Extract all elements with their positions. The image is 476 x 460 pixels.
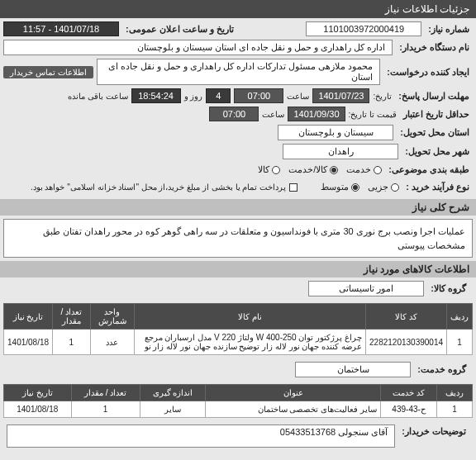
cell-code: ح-43-439 <box>380 401 436 418</box>
radio-small[interactable]: جزیی <box>368 182 399 192</box>
goods-th-name: نام کالا <box>134 304 365 330</box>
goods-th-qty: تعداد / مقدار <box>53 304 90 330</box>
radio-medium[interactable]: متوسط <box>321 182 359 192</box>
deadline-date: 1401/07/23 <box>312 88 369 103</box>
service-th-date: تاریخ نیاز <box>4 385 72 401</box>
need-number-label: شماره نیاز: <box>425 22 473 36</box>
radio-goods-service[interactable]: کالا/خدمت <box>288 164 338 175</box>
deadline-date-label: تاریخ: <box>373 92 392 101</box>
cell-name: چراغ پرژکتور توان W 400-250 ولتاژ V 220 … <box>134 330 365 355</box>
validity-label: حداقل تاریخ اعتبار <box>400 107 473 121</box>
goods-th-unit: واحد شمارش <box>90 304 134 330</box>
province-label: استان محل تحویل: <box>397 126 473 140</box>
cell-qty: 1 <box>53 330 90 355</box>
table-row: 1 2282120130390014 چراغ پرژکتور توان W 4… <box>4 330 473 355</box>
notes-label: توضیحات خریدار: <box>398 424 469 439</box>
service-table: ردیف کد خدمت عنوان اندازه گیری تعداد / م… <box>3 384 473 418</box>
city-label: شهر محل تحویل: <box>402 145 473 159</box>
cell-date: 1401/08/18 <box>4 401 72 418</box>
table-row: 1 ح-43-439 سایر فعالیت‌های تخصصی ساختمان… <box>4 401 473 418</box>
contact-info-pill[interactable]: اطلاعات تماس خریدار <box>3 66 93 78</box>
purchase-type-radio-group: جزیی متوسط <box>321 182 399 192</box>
buyer-label: نام دستگاه خریدار: <box>396 40 473 55</box>
service-th-measure: اندازه گیری <box>140 385 206 401</box>
time-label-1: ساعت <box>287 92 309 101</box>
city-value: راهدان <box>283 144 398 159</box>
goods-th-idx: ردیف <box>447 304 473 330</box>
need-number-value: 1101003972000419 <box>306 21 421 36</box>
validity-label2: قیمت تا تاریخ: <box>349 110 397 119</box>
items-header: اطلاعات کالاهای مورد نیاز <box>0 261 476 277</box>
service-group-label: گروه خدمت: <box>414 363 469 377</box>
service-th-idx: ردیف <box>437 385 473 401</box>
goods-group-label: گروه کالا: <box>427 282 469 296</box>
day-and-label: روز و <box>184 92 203 101</box>
category-label: طبقه بندی موضوعی: <box>385 163 473 177</box>
service-th-title: عنوان <box>206 385 381 401</box>
province-value: سیستان و بلوچستان <box>278 125 393 140</box>
cell-date: 1401/08/18 <box>4 330 53 355</box>
cell-title: سایر فعالیت‌های تخصصی ساختمان <box>206 401 381 418</box>
announce-label: تاریخ و ساعت اعلان عمومی: <box>122 22 237 36</box>
cell-qty: 1 <box>71 401 140 418</box>
radio-service[interactable]: خدمت <box>346 164 382 175</box>
service-th-qty: تعداد / مقدار <box>71 385 140 401</box>
purchase-type-label: نوع فرآیند خرید : <box>402 180 473 194</box>
deadline-label: مهلت ارسال پاسخ: <box>395 89 473 103</box>
validity-time: 07:00 <box>209 107 259 121</box>
page-header: جزئیات اطلاعات نیاز <box>0 0 476 18</box>
cell-unit: عدد <box>90 330 134 355</box>
general-desc-header: شرح کلی نیاز <box>0 199 476 216</box>
service-group-value: ساختمان <box>295 362 411 377</box>
remaining-label: ساعت باقی مانده <box>68 92 128 101</box>
cell-code: 2282120130390014 <box>366 330 447 355</box>
payment-checkbox[interactable] <box>289 183 298 192</box>
goods-th-code: کد کالا <box>366 304 447 330</box>
goods-th-date: تاریخ نیاز <box>4 304 53 330</box>
validity-date: 1401/09/30 <box>288 107 345 121</box>
radio-goods[interactable]: کالا <box>258 164 280 175</box>
remaining-time: 18:54:24 <box>131 88 181 103</box>
cell-measure: سایر <box>140 401 206 418</box>
announce-value: 1401/07/18 - 11:57 <box>3 21 119 36</box>
notes-value: آقای سنجولی 05433513768 <box>7 424 395 448</box>
buyer-value: اداره کل راهداری و حمل و نقل جاده ای است… <box>3 40 393 55</box>
category-radio-group: خدمت کالا/خدمت کالا <box>258 164 382 175</box>
service-th-code: کد خدمت <box>380 385 436 401</box>
time-label-2: ساعت <box>262 110 284 119</box>
goods-group-value: امور تاسیساتی <box>308 281 424 296</box>
payment-note: پرداخت تمام یا بخشی از مبلغ خرید،از محل … <box>31 183 286 192</box>
goods-table: ردیف کد کالا نام کالا واحد شمارش تعداد /… <box>3 303 473 355</box>
remaining-days: 4 <box>206 88 231 103</box>
creator-label: ایجاد کننده درخواست: <box>383 65 473 79</box>
cell-idx: 1 <box>437 401 473 418</box>
creator-value: محمود ملازهی مسئول تدارکات اداره کل راهد… <box>97 59 381 85</box>
cell-idx: 1 <box>447 330 473 355</box>
general-desc-box: عملیات اجرا ونصب برج نوری 30 متری با فون… <box>3 219 473 258</box>
deadline-time: 07:00 <box>234 88 283 103</box>
